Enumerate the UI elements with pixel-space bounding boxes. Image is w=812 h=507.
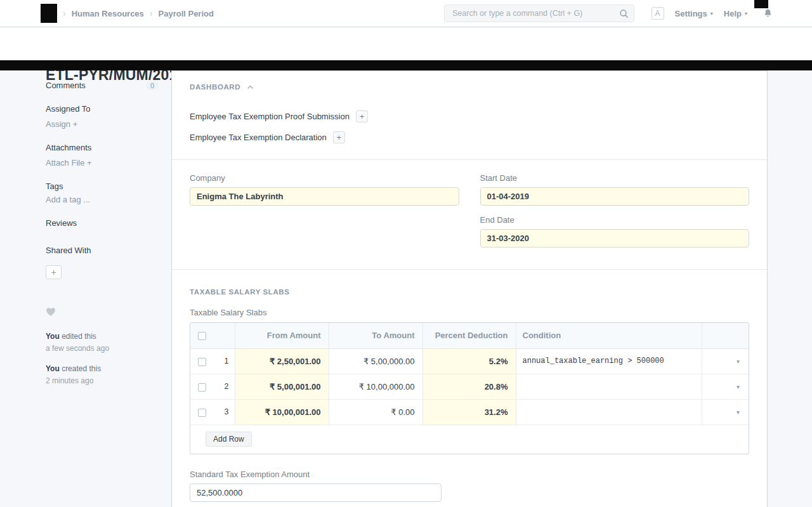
company-field[interactable] — [190, 187, 459, 206]
assign-link[interactable]: Assign + — [46, 119, 159, 129]
row-index: 3 — [213, 399, 235, 425]
form-body: DASHBOARD Employee Tax Exemption Proof S… — [171, 70, 768, 507]
add-tag-input[interactable]: Add a tag ... — [46, 195, 159, 204]
activity-action: edited this — [62, 332, 96, 341]
dashboard-section: DASHBOARD Employee Tax Exemption Proof S… — [172, 71, 767, 160]
row-checkbox[interactable] — [198, 358, 206, 366]
row-checkbox[interactable] — [198, 409, 206, 417]
select-all-checkbox[interactable] — [198, 332, 206, 340]
new-declaration-button[interactable]: + — [333, 131, 345, 143]
breadcrumb-separator-icon: › — [63, 8, 66, 18]
cell-to-amount[interactable]: ₹ 5,00,000.00 — [329, 348, 422, 374]
activity-entry: You edited this a few seconds ago — [46, 332, 159, 353]
table-row: 1 ₹ 2,50,001.00 ₹ 5,00,000.00 5.2% annua… — [190, 348, 749, 374]
table-header-row: From Amount To Amount Percent Deduction … — [190, 323, 749, 348]
details-section: Company Start Date End Date — [172, 160, 767, 270]
row-checkbox[interactable] — [198, 383, 206, 392]
col-header-condition: Condition — [516, 323, 702, 348]
breadcrumb-payroll-period[interactable]: Payroll Period — [159, 9, 214, 18]
cell-condition[interactable]: annual_taxable_earning > 500000 — [516, 348, 702, 374]
plus-icon: + — [87, 158, 92, 168]
attach-file-label: Attach File — [46, 158, 84, 168]
grid-footer: Add Row — [190, 425, 749, 454]
dashboard-link-row: Employee Tax Exemption Proof Submission … — [190, 110, 749, 122]
redaction-bar — [754, 0, 768, 8]
cell-condition[interactable] — [516, 399, 702, 425]
slabs-section-heading: TAXABLE SALARY SLABS — [190, 288, 749, 296]
plus-icon: + — [73, 119, 78, 129]
row-edit-caret-icon[interactable]: ▾ — [702, 374, 749, 399]
breadcrumb-separator-icon: › — [150, 8, 153, 18]
sidebar-section-assigned-to: Assigned To Assign + — [46, 104, 159, 129]
top-navbar: › Human Resources › Payroll Period A Set… — [0, 0, 812, 27]
col-header-from-amount: From Amount — [235, 323, 329, 348]
attachments-label: Attachments — [46, 143, 159, 152]
sidebar-item-comments[interactable]: Comments 0 — [46, 81, 159, 90]
settings-label: Settings — [675, 9, 707, 18]
company-label: Company — [190, 173, 459, 183]
col-header-percent-deduction: Percent Deduction — [422, 323, 516, 348]
breadcrumb: › Human Resources › Payroll Period — [41, 0, 214, 27]
row-select-cell — [190, 399, 213, 425]
dashboard-heading-row: DASHBOARD — [190, 83, 749, 91]
notifications-bell-icon[interactable] — [763, 8, 773, 18]
row-index: 2 — [213, 374, 235, 399]
cell-percent-deduction[interactable]: 20.8% — [422, 374, 516, 399]
edit-column-header — [702, 323, 749, 348]
shared-with-label: Shared With — [46, 246, 159, 255]
idx-column-header — [213, 323, 235, 348]
end-date-field[interactable] — [480, 229, 750, 247]
activity-entry: You created this 2 minutes ago — [46, 364, 159, 386]
end-date-label: End Date — [480, 215, 750, 225]
cell-to-amount[interactable]: ₹ 10,00,000.00 — [329, 374, 422, 399]
global-search-input[interactable] — [444, 4, 634, 22]
help-menu[interactable]: Help ▾ — [724, 9, 747, 18]
assign-label: Assign — [46, 119, 70, 129]
cell-from-amount[interactable]: ₹ 5,00,001.00 — [235, 374, 329, 399]
activity-time: 2 minutes ago — [46, 376, 159, 386]
cell-condition[interactable] — [516, 374, 702, 399]
activity-time: a few seconds ago — [46, 344, 159, 354]
table-row: 2 ₹ 5,00,001.00 ₹ 10,00,000.00 20.8% ▾ — [190, 374, 749, 399]
cell-to-amount[interactable]: ₹ 0.00 — [329, 399, 422, 425]
sidebar-section-tags: Tags Add a tag ... — [46, 181, 159, 204]
redacted-logo — [41, 4, 57, 23]
share-add-button[interactable]: + — [46, 265, 62, 279]
reviews-label: Reviews — [46, 218, 159, 228]
user-avatar[interactable]: A — [652, 7, 664, 20]
settings-menu[interactable]: Settings ▾ — [675, 9, 713, 18]
cell-from-amount[interactable]: ₹ 10,00,001.00 — [235, 399, 329, 425]
cell-percent-deduction[interactable]: 31.2% — [422, 399, 516, 425]
link-tax-exemption-proof-submission[interactable]: Employee Tax Exemption Proof Submission — [190, 112, 350, 121]
start-date-label: Start Date — [480, 173, 750, 183]
new-proof-submission-button[interactable]: + — [356, 110, 368, 122]
row-edit-caret-icon[interactable]: ▾ — [702, 399, 749, 425]
row-edit-caret-icon[interactable]: ▾ — [702, 348, 749, 374]
slabs-grid: From Amount To Amount Percent Deduction … — [190, 322, 749, 454]
collapse-chevron-up-icon[interactable] — [247, 85, 254, 89]
comments-label: Comments — [46, 81, 86, 90]
dashboard-link-row: Employee Tax Exemption Declaration + — [190, 131, 749, 143]
cell-percent-deduction[interactable]: 5.2% — [422, 348, 516, 374]
cell-from-amount[interactable]: ₹ 2,50,001.00 — [235, 348, 329, 374]
attach-file-link[interactable]: Attach File + — [46, 158, 159, 168]
col-header-to-amount: To Amount — [329, 323, 422, 348]
link-tax-exemption-declaration[interactable]: Employee Tax Exemption Declaration — [190, 133, 327, 142]
plus-icon: + — [337, 133, 342, 142]
sidebar-section-reviews: Reviews — [46, 218, 159, 228]
page-head: ETL-PYR/MUM/2019-20 ‹ › Menu ▾ Save — [0, 27, 812, 61]
activity-who: You — [46, 332, 60, 341]
breadcrumb-human-resources[interactable]: Human Resources — [72, 9, 144, 18]
search-icon — [619, 9, 629, 18]
standard-tax-exemption-input[interactable] — [190, 484, 442, 502]
add-row-button[interactable]: Add Row — [206, 431, 252, 447]
standard-tax-exemption-label: Standard Tax Exemption Amount — [190, 470, 442, 479]
like-heart-icon[interactable] — [46, 307, 159, 317]
sidebar-section-shared-with: Shared With — [46, 246, 159, 255]
activity-action: created this — [62, 364, 101, 373]
taxable-salary-slabs-section: TAXABLE SALARY SLABS Taxable Salary Slab… — [172, 270, 767, 454]
start-date-field[interactable] — [480, 187, 750, 206]
help-label: Help — [724, 9, 742, 18]
row-select-cell — [190, 374, 213, 399]
column-right: Start Date End Date — [480, 173, 750, 247]
